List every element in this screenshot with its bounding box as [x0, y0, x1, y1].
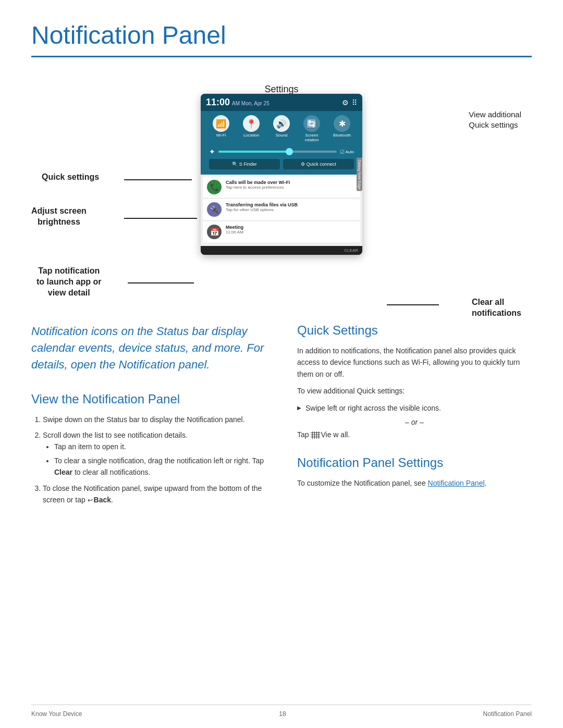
status-time: 11:00 [206, 97, 230, 108]
view-additional-callout: View additionalQuick settings [469, 109, 521, 130]
qs-wifi: 📶 Wi-Fi [210, 115, 233, 142]
clear-all-line [387, 304, 439, 305]
status-icons: ⚙ ⠿ [342, 98, 357, 107]
brightness-fill [218, 151, 289, 153]
diagram-section: Settings View additionalQuick settings Q… [31, 78, 532, 297]
qs-location: 📍 Location [240, 115, 263, 142]
sound-icon: 🔊 [273, 115, 290, 132]
bullet-2: To clear a single notification, drag the… [54, 455, 271, 478]
brightness-low-icon: ✦ [209, 147, 215, 156]
clear-button[interactable]: CLEAR [344, 248, 358, 253]
content-area: Notification icons on the Status bar dis… [31, 323, 532, 513]
footer-left: Know Your Device [31, 710, 82, 718]
tap-line: Tap Vie w all. [297, 430, 532, 439]
tap-notif-callout: Tap notificationto launch app orview det… [36, 266, 101, 298]
brightness-line [124, 218, 197, 219]
bullet-1: Tap an item to open it. [54, 441, 271, 452]
clear-bar: CLEAR [201, 246, 362, 255]
step-1: Swipe down on the Status bar to display … [43, 414, 271, 425]
steps-list: Swipe down on the Status bar to display … [31, 414, 271, 506]
quick-section-title: Quick Settings [297, 323, 532, 338]
rotation-icon: 🔄 [303, 115, 320, 132]
footer-right: Notification Panel [483, 710, 532, 718]
content-right: Quick Settings In addition to notificati… [297, 323, 532, 513]
back-icon: ↩ [88, 496, 93, 505]
notification-panel-link[interactable]: Notification Panel [428, 479, 485, 487]
notif-wifi-title: Calls will be made over Wi-Fi [226, 180, 356, 185]
brightness-row: ✦ ☑ Auto [206, 145, 357, 159]
notif-usb-title: Transferring media files via USB [226, 202, 356, 207]
view-section-title: View the Notification Panel [31, 392, 271, 406]
settings-body: To customize the Notification panel, see… [297, 477, 532, 489]
page-title: Notification Panel [31, 21, 532, 50]
grid-icon: ⠿ [352, 98, 357, 107]
qs-sound: 🔊 Sound [270, 115, 293, 142]
notif-wifi-sub: Tap here to access preferences [226, 185, 356, 190]
clear-all-callout: Clear allnotifications [472, 297, 521, 319]
italic-intro: Notification icons on the Status bar dis… [31, 323, 271, 373]
s-finder-btn[interactable]: 🔍 S Finder [209, 159, 280, 169]
bluetooth-icon: ✱ [334, 115, 350, 132]
side-label: Galaxy Note Edge [357, 157, 362, 191]
qs-rotation: 🔄 Screenrotation [300, 115, 324, 142]
bullets-list: Tap an item to open it. To clear a singl… [43, 441, 271, 478]
notif-meeting-sub: 11:00 AM [226, 230, 356, 235]
notif-usb-icon: 🔌 [207, 202, 222, 217]
settings-gear-icon: ⚙ [342, 98, 349, 107]
step-2: Scroll down the list to see notification… [43, 429, 271, 478]
step-3: To close the Notification panel, swipe u… [43, 483, 271, 506]
brightness-dot [286, 148, 293, 155]
quick-body1: In addition to notifications, the Notifi… [297, 345, 532, 380]
finder-row: 🔍 S Finder ⚙ Quick connect [206, 159, 357, 172]
arrow-swipe-item: Swipe left or right across the visible i… [297, 402, 532, 414]
status-time-suffix: AM Mon, Apr 25 [232, 101, 270, 106]
notif-wifi-icon: 📞 [207, 180, 222, 194]
phone-notifications: 📞 Calls will be made over Wi-Fi Tap here… [201, 175, 362, 246]
location-icon: 📍 [243, 115, 260, 132]
footer-center: 18 [279, 710, 286, 718]
or-divider: – or – [297, 418, 532, 426]
diagram-container: Settings View additionalQuick settings Q… [31, 78, 532, 297]
phone-quick-settings: 📶 Wi-Fi 📍 Location 🔊 Sound 🔄 [201, 111, 362, 175]
quick-connect-btn[interactable]: ⚙ Quick connect [283, 159, 354, 169]
to-view-label: To view additional Quick settings: [297, 385, 532, 397]
notif-usb-sub: Tap for other USB options. [226, 207, 356, 212]
wifi-icon: 📶 [213, 115, 229, 132]
quick-settings-callout: Quick settings [42, 172, 99, 183]
notif-wifi-calls[interactable]: 📞 Calls will be made over Wi-Fi Tap here… [203, 177, 360, 198]
phone-status-bar: 11:00 AM Mon, Apr 25 ⚙ ⠿ [201, 94, 362, 111]
brightness-callout: Adjust screenbrightness [31, 206, 87, 228]
qs-bluetooth: ✱ Bluetooth [331, 115, 354, 142]
quick-settings-line [124, 179, 192, 180]
qs-icons-row: 📶 Wi-Fi 📍 Location 🔊 Sound 🔄 [206, 115, 357, 142]
brightness-bar [218, 151, 337, 153]
title-divider [31, 56, 532, 57]
notif-usb[interactable]: 🔌 Transferring media files via USB Tap f… [203, 199, 360, 220]
grid-icon-inline [311, 431, 320, 439]
settings-section-title: Notification Panel Settings [297, 455, 532, 470]
notif-meeting[interactable]: 📅 Meeting 11:00 AM [203, 221, 360, 242]
page-footer: Know Your Device 18 Notification Panel [31, 705, 532, 718]
content-left: Notification icons on the Status bar dis… [31, 323, 271, 513]
notif-meeting-title: Meeting [226, 225, 356, 230]
notif-meeting-icon: 📅 [207, 225, 222, 239]
tap-notif-line [128, 282, 194, 283]
auto-label: ☑ Auto [340, 149, 354, 155]
phone-mockup: 11:00 AM Mon, Apr 25 ⚙ ⠿ 📶 Wi-Fi [201, 94, 362, 255]
